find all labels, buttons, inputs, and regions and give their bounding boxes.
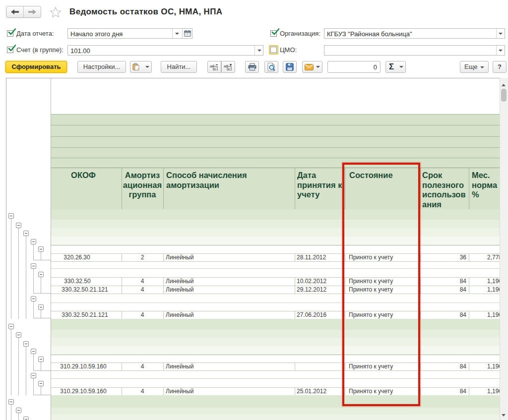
- svg-text:с: с: [214, 67, 216, 70]
- svg-text:с: с: [228, 67, 230, 70]
